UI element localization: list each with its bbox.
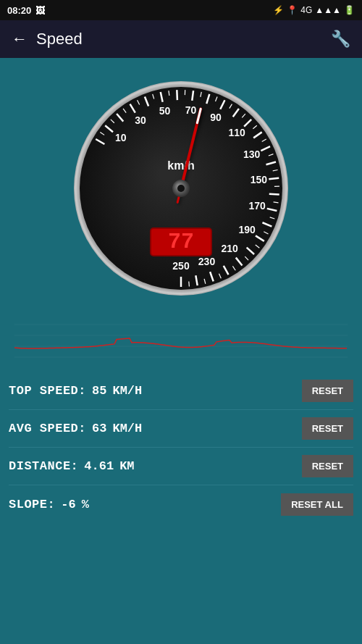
avg-speed-unit: KM/H xyxy=(112,422,142,435)
distance-value: 4.61 xyxy=(84,459,114,473)
avg-speed-label: AVG SPEED: xyxy=(9,422,86,435)
distance-row: DISTANCE: 4.61 KM RESET xyxy=(9,448,353,485)
status-bar: 08:20 🖼 ⚡ 📍 4G ▲▲▲ 🔋 xyxy=(0,0,362,20)
location-icon: 📍 xyxy=(287,5,298,15)
reset-top-speed-button[interactable]: RESET xyxy=(302,380,353,402)
network-label: 4G xyxy=(300,5,312,15)
avg-speed-value: 63 xyxy=(92,422,106,435)
signal-icon: ▲▲▲ xyxy=(315,5,341,15)
speedometer xyxy=(65,72,297,304)
stats-section: TOP SPEED: 85 KM/H RESET AVG SPEED: 63 K… xyxy=(0,367,362,529)
top-speed-label: TOP SPEED: xyxy=(9,384,86,398)
photo-icon: 🖼 xyxy=(35,5,45,16)
avg-speed-left: AVG SPEED: 63 KM/H xyxy=(9,422,142,435)
speed-graph xyxy=(14,317,348,361)
slope-left: SLOPE: -6 % xyxy=(9,498,89,511)
reset-avg-speed-button[interactable]: RESET xyxy=(302,417,353,440)
page-title: Speed xyxy=(36,30,83,49)
settings-icon[interactable]: 🔧 xyxy=(331,30,350,49)
top-speed-left: TOP SPEED: 85 KM/H xyxy=(9,384,142,398)
distance-left: DISTANCE: 4.61 KM xyxy=(9,459,135,473)
top-speed-value: 85 xyxy=(92,384,106,398)
battery-icon: 🔋 xyxy=(344,5,355,15)
reset-all-button[interactable]: RESET ALL xyxy=(281,493,353,516)
distance-label: DISTANCE: xyxy=(9,459,78,473)
reset-distance-button[interactable]: RESET xyxy=(302,455,353,477)
back-button[interactable]: ← xyxy=(12,30,28,49)
bluetooth-icon: ⚡ xyxy=(273,5,284,15)
top-speed-unit: KM/H xyxy=(112,384,142,398)
header-left: ← Speed xyxy=(12,30,83,49)
slope-row: SLOPE: -6 % RESET ALL xyxy=(9,485,353,523)
distance-unit: KM xyxy=(119,459,134,473)
status-icons: ⚡ 📍 4G ▲▲▲ 🔋 xyxy=(273,5,355,15)
time-display: 08:20 xyxy=(7,5,31,16)
status-time: 08:20 🖼 xyxy=(7,5,45,16)
avg-speed-row: AVG SPEED: 63 KM/H RESET xyxy=(9,410,353,448)
slope-unit: % xyxy=(82,498,89,511)
slope-label: SLOPE: xyxy=(9,498,55,511)
app-header: ← Speed 🔧 xyxy=(0,20,362,58)
slope-value: -6 xyxy=(61,498,75,511)
speedometer-container xyxy=(0,58,362,311)
top-speed-row: TOP SPEED: 85 KM/H RESET xyxy=(9,372,353,410)
